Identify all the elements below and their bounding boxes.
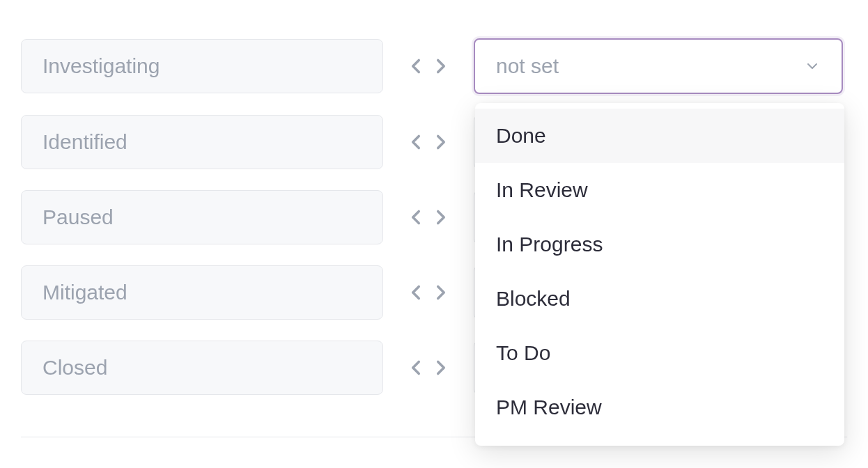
mapping-row: Investigating not set	[21, 38, 847, 94]
dropdown-option-label: In Review	[496, 178, 588, 201]
dropdown-option[interactable]: In Review	[475, 163, 844, 217]
dropdown-option[interactable]: To Do	[475, 326, 844, 380]
status-dropdown-menu: Done In Review In Progress Blocked To Do…	[475, 103, 844, 446]
bidirectional-arrow-icon	[404, 54, 453, 78]
source-status-field: Investigating	[21, 39, 383, 93]
target-status-select[interactable]: not set	[474, 38, 843, 94]
source-status-label: Closed	[42, 356, 107, 380]
dropdown-option[interactable]: In Progress	[475, 217, 844, 272]
bidirectional-arrow-icon	[404, 130, 453, 154]
source-status-field: Closed	[21, 341, 383, 395]
source-status-field: Paused	[21, 190, 383, 244]
dropdown-option[interactable]: Done	[475, 109, 844, 163]
source-status-field: Mitigated	[21, 265, 383, 320]
select-placeholder: not set	[496, 54, 559, 78]
source-status-label: Paused	[42, 205, 114, 229]
dropdown-option-label: In Progress	[496, 233, 603, 256]
chevron-down-icon	[804, 58, 821, 75]
source-status-field: Identified	[21, 115, 383, 169]
bidirectional-arrow-icon	[404, 205, 453, 229]
dropdown-option[interactable]: PM Review	[475, 380, 844, 435]
dropdown-option[interactable]: Blocked	[475, 272, 844, 326]
source-status-label: Investigating	[42, 54, 160, 78]
dropdown-option-label: Blocked	[496, 287, 571, 310]
bidirectional-arrow-icon	[404, 281, 453, 304]
dropdown-option-label: PM Review	[496, 396, 602, 419]
source-status-label: Identified	[42, 130, 127, 154]
dropdown-option-label: To Do	[496, 341, 550, 364]
dropdown-option-label: Done	[496, 124, 546, 147]
bidirectional-arrow-icon	[404, 356, 453, 380]
source-status-label: Mitigated	[42, 281, 127, 304]
